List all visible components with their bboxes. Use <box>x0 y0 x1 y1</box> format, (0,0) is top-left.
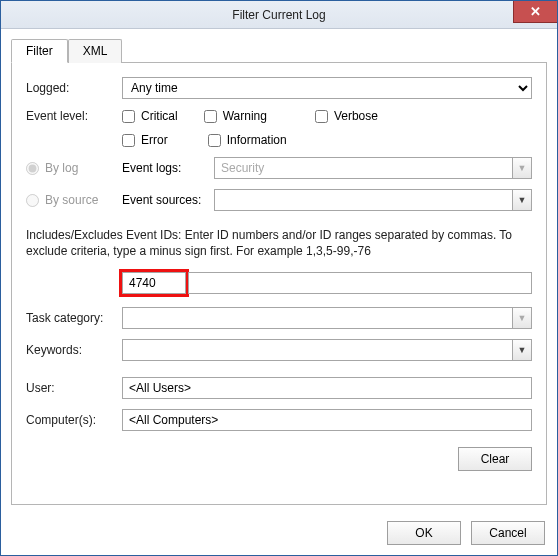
cancel-button[interactable]: Cancel <box>471 521 545 545</box>
row-by-source: By source Event sources: ▼ <box>26 189 532 211</box>
label-event-sources: Event sources: <box>122 193 214 207</box>
computers-input[interactable] <box>122 409 532 431</box>
label-computers: Computer(s): <box>26 413 122 427</box>
label-task-category: Task category: <box>26 311 122 325</box>
label-logged: Logged: <box>26 81 122 95</box>
check-information[interactable]: Information <box>208 133 287 147</box>
radio-by-log: By log <box>26 161 122 175</box>
task-category-value <box>122 307 513 329</box>
keywords-dropdown[interactable]: ▼ <box>122 339 532 361</box>
clear-row: Clear <box>26 447 532 471</box>
event-id-input[interactable] <box>188 272 532 294</box>
ok-button[interactable]: OK <box>387 521 461 545</box>
label-event-logs: Event logs: <box>122 161 214 175</box>
task-category-dropdown: ▼ <box>122 307 532 329</box>
label-keywords: Keywords: <box>26 343 122 357</box>
checkbox-critical[interactable] <box>122 110 135 123</box>
tab-strip: Filter XML <box>11 39 547 63</box>
row-by-log: By log Event logs: Security ▼ <box>26 157 532 179</box>
row-task-category: Task category: ▼ <box>26 307 532 329</box>
titlebar: Filter Current Log ✕ <box>1 1 557 29</box>
help-text: Includes/Excludes Event IDs: Enter ID nu… <box>26 227 532 259</box>
event-id-highlight <box>119 269 189 297</box>
row-computers: Computer(s): <box>26 409 532 431</box>
event-sources-value[interactable] <box>214 189 513 211</box>
content-area: Filter XML Logged: Any time Event level:… <box>1 29 557 513</box>
row-logged: Logged: Any time <box>26 77 532 99</box>
filter-dialog: Filter Current Log ✕ Filter XML Logged: … <box>0 0 558 556</box>
check-error[interactable]: Error <box>122 133 168 147</box>
event-logs-dropdown: Security ▼ <box>214 157 532 179</box>
chevron-down-icon: ▼ <box>512 157 532 179</box>
radio-by-log-input <box>26 162 39 175</box>
chevron-down-icon[interactable]: ▼ <box>512 189 532 211</box>
close-icon: ✕ <box>530 4 541 19</box>
row-user: User: <box>26 377 532 399</box>
close-button[interactable]: ✕ <box>513 1 557 23</box>
event-sources-dropdown[interactable]: ▼ <box>214 189 532 211</box>
tab-xml[interactable]: XML <box>68 39 123 63</box>
checkbox-information[interactable] <box>208 134 221 147</box>
clear-button[interactable]: Clear <box>458 447 532 471</box>
user-input[interactable] <box>122 377 532 399</box>
chevron-down-icon: ▼ <box>512 307 532 329</box>
label-user: User: <box>26 381 122 395</box>
logged-select[interactable]: Any time <box>122 77 532 99</box>
dialog-footer: OK Cancel <box>1 513 557 555</box>
chevron-down-icon[interactable]: ▼ <box>512 339 532 361</box>
checkbox-verbose[interactable] <box>315 110 328 123</box>
event-logs-value: Security <box>214 157 513 179</box>
radio-by-source: By source <box>26 193 122 207</box>
label-event-level: Event level: <box>26 109 122 123</box>
row-event-id <box>26 269 532 297</box>
checkbox-error[interactable] <box>122 134 135 147</box>
filter-panel: Logged: Any time Event level: Critical W… <box>11 63 547 505</box>
row-event-level: Event level: Critical Warning Verbose Er… <box>26 109 532 147</box>
checkbox-warning[interactable] <box>204 110 217 123</box>
radio-by-source-input <box>26 194 39 207</box>
dialog-title: Filter Current Log <box>232 8 325 22</box>
check-warning[interactable]: Warning <box>204 109 267 123</box>
check-verbose[interactable]: Verbose <box>315 109 378 123</box>
check-critical[interactable]: Critical <box>122 109 178 123</box>
row-keywords: Keywords: ▼ <box>26 339 532 361</box>
keywords-value[interactable] <box>122 339 513 361</box>
tab-filter[interactable]: Filter <box>11 39 68 63</box>
event-id-input-highlighted[interactable] <box>122 272 186 294</box>
